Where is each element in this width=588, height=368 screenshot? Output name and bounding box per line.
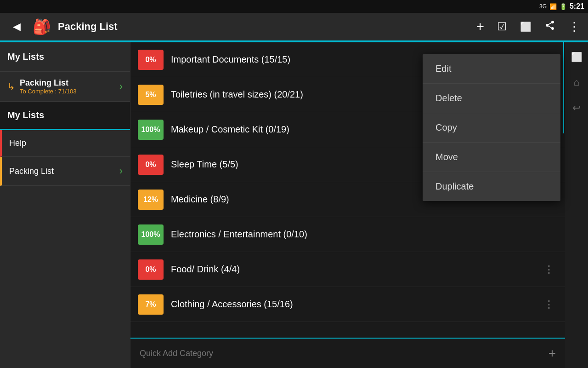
badge-6: 100% [138,224,164,245]
app-logo-icon: 🎒 [33,18,51,35]
more-options-button[interactable]: ⋮ [568,20,581,34]
add-button[interactable]: + [476,19,484,34]
item-name-7: Food/ Drink (4/4) [171,264,533,275]
context-menu: EditDeleteCopyMoveDuplicate [423,54,560,201]
battery-icon: 🔋 [560,3,567,10]
stop-button[interactable]: ⬜ [520,21,531,32]
badge-5: 12% [138,190,164,210]
toolbar-title: Packing List [58,21,476,33]
badge-4: 0% [138,155,164,175]
list-item: 0% Food/ Drink (4/4) ⋮ [130,252,565,287]
back-icon: ◀ [13,21,21,33]
item-menu-button-7[interactable]: ⋮ [540,260,558,279]
context-menu-move[interactable]: Move [423,143,560,172]
badge-3: 100% [138,120,164,140]
sidebar-help-item[interactable]: Help [0,130,130,157]
toolbar-actions: + ☑ ⬜ ⋮ [476,19,581,34]
badge-2: 5% [138,85,164,105]
status-bar: 3G 📶 🔋 5:21 [0,0,588,13]
quick-add-input[interactable] [140,349,548,358]
badge-1: 0% [138,50,164,70]
context-menu-delete[interactable]: Delete [423,84,560,113]
right-sidebar: ⬜ ⌂ ↩ [565,42,588,368]
app-icon: 🎒 [30,15,53,38]
context-menu-copy[interactable]: Copy [423,113,560,143]
packing-list-2-chevron-icon: › [119,165,123,177]
sidebar-my-lists-top: My Lists [0,42,130,72]
sidebar-my-lists-selected[interactable]: My Lists [0,102,130,130]
home-icon[interactable]: ⌂ [573,76,579,88]
toolbar: ◀ 🎒 Packing List + ☑ ⬜ ⋮ [0,13,588,41]
check-button[interactable]: ☑ [497,20,507,33]
quick-add-plus-button[interactable]: + [548,346,556,361]
packing-list-chevron-icon: › [119,80,123,92]
list-item: 7% Clothing / Accessories (15/16) ⋮ [130,287,565,322]
toolbar-divider [0,41,588,42]
context-menu-edit[interactable]: Edit [423,54,560,84]
packing-list-sub: To Complete : 71/103 [20,88,115,95]
packing-list-info: Packing List To Complete : 71/103 [20,78,115,95]
signal-label: 3G [539,3,547,10]
back-nav-icon[interactable]: ↩ [572,102,581,114]
item-name-8: Clothing / Accessories (15/16) [171,299,533,310]
packing-list-arrow-icon: ↳ [7,81,15,92]
back-button[interactable]: ◀ [7,17,26,36]
scrollbar [563,41,564,133]
time-label: 5:21 [570,2,584,11]
badge-8: 7% [138,294,164,315]
rectangle-icon[interactable]: ⬜ [571,52,582,63]
list-item: 100% Electronics / Entertainment (0/10) [130,217,565,252]
packing-list-name: Packing List [20,78,115,88]
share-button[interactable] [544,20,555,34]
badge-7: 0% [138,259,164,280]
item-name-6: Electronics / Entertainment (0/10) [171,229,558,240]
sidebar-packing-list-item[interactable]: ↳ Packing List To Complete : 71/103 › [0,72,130,102]
context-menu-duplicate[interactable]: Duplicate [423,172,560,201]
quick-add-bar: + [130,338,565,368]
item-menu-button-8[interactable]: ⋮ [540,295,558,314]
sidebar: My Lists ↳ Packing List To Complete : 71… [0,42,130,368]
signal-bars-icon: 📶 [549,3,557,10]
sidebar-packing-list-2-item[interactable]: Packing List › [0,157,130,186]
